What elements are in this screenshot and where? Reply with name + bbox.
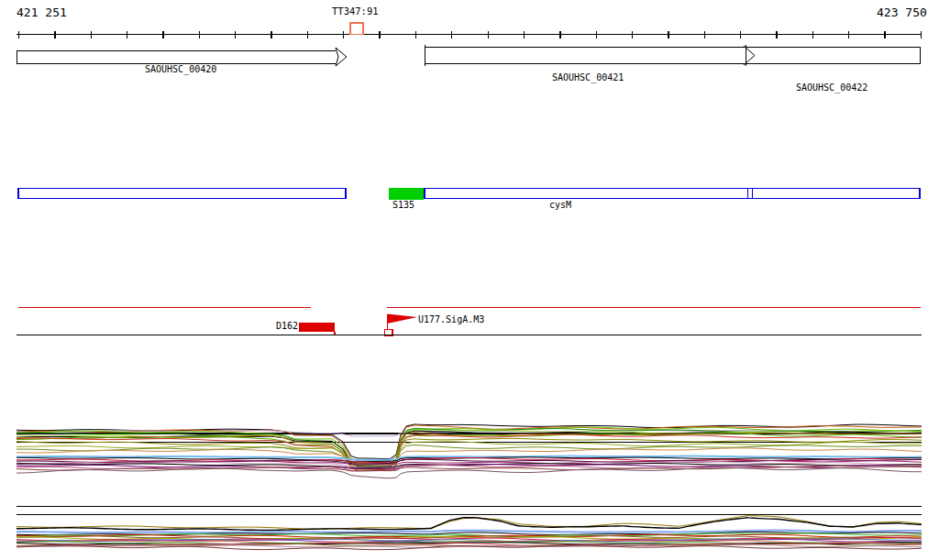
gene-arrow-body[interactable] [17, 51, 336, 64]
d162-feature-box[interactable] [299, 323, 335, 333]
transcript-track [18, 188, 920, 200]
transcript-box[interactable] [18, 189, 346, 199]
ruler-selection-label: TT347:91 [332, 6, 379, 16]
sig-flag-pennant[interactable] [388, 314, 418, 324]
gene-arrow-body[interactable] [425, 48, 745, 64]
ruler-end-coordinate: 423 750 [877, 6, 927, 19]
gene-label-saouhsc-00420[interactable]: SAOUHSC_00420 [145, 64, 216, 74]
expression-plot-upper [17, 424, 922, 478]
expression-plot-lower [17, 507, 922, 550]
gene-arrow-head[interactable] [336, 48, 347, 66]
gene-track [17, 45, 920, 66]
sig-flag-anchor-square[interactable] [385, 330, 393, 336]
ruler [17, 23, 922, 38]
ruler-start-coordinate: 421 251 [17, 6, 67, 19]
transcript-label-cysm[interactable]: cysM [549, 200, 571, 210]
gene-label-saouhsc-00421[interactable]: SAOUHSC_00421 [552, 72, 624, 82]
genome-browser-canvas: 421 251 TT347:91 423 750 SAOUHSC_00420 S… [0, 0, 939, 560]
feature-label-u177-siga-m3[interactable]: U177.SigA.M3 [418, 314, 484, 324]
feature-label-d162[interactable]: D162 [276, 321, 298, 331]
transcript-green-marker[interactable] [389, 188, 424, 200]
gene-box[interactable] [746, 48, 920, 64]
ruler-selection-box[interactable] [350, 23, 363, 35]
expression-line [17, 518, 922, 531]
transcript-label-s135[interactable]: S135 [392, 200, 414, 210]
transcript-box[interactable] [425, 189, 920, 199]
gene-label-saouhsc-00422[interactable]: SAOUHSC_00422 [796, 82, 867, 93]
